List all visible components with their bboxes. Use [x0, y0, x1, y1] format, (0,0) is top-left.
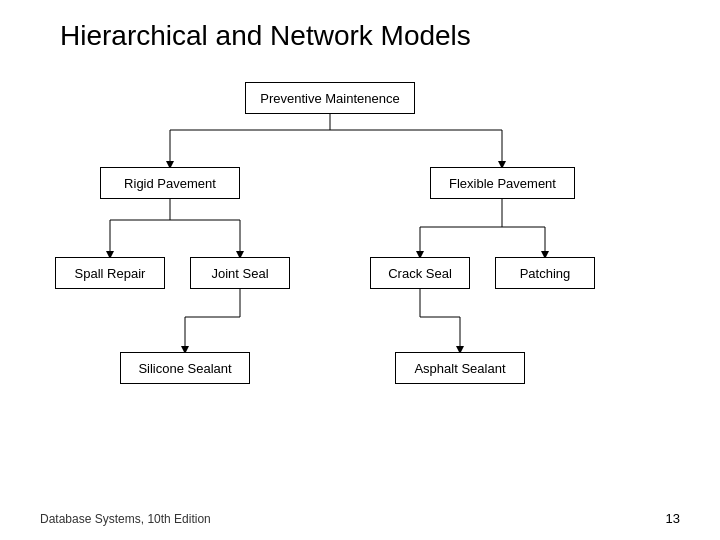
node-flexible: Flexible Pavement [430, 167, 575, 199]
node-spall: Spall Repair [55, 257, 165, 289]
page-number: 13 [666, 511, 680, 526]
node-crack: Crack Seal [370, 257, 470, 289]
slide: Hierarchical and Network Models [0, 0, 720, 540]
footer-citation: Database Systems, 10th Edition [40, 512, 211, 526]
diagram: Preventive Maintenence Rigid Pavement Fl… [40, 72, 680, 462]
node-joint: Joint Seal [190, 257, 290, 289]
node-patching: Patching [495, 257, 595, 289]
node-preventive: Preventive Maintenence [245, 82, 415, 114]
slide-title: Hierarchical and Network Models [60, 20, 680, 52]
node-rigid: Rigid Pavement [100, 167, 240, 199]
node-silicone: Silicone Sealant [120, 352, 250, 384]
node-asphalt: Asphalt Sealant [395, 352, 525, 384]
